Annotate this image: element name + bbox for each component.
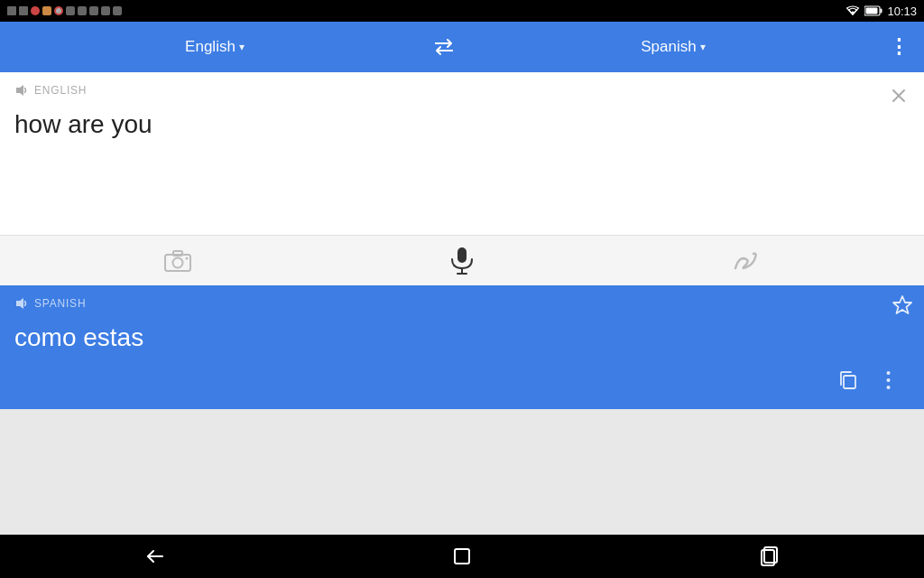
microphone-icon (450, 247, 474, 275)
svg-rect-2 (866, 8, 878, 14)
camera-icon (164, 249, 191, 273)
svg-marker-13 (16, 298, 23, 309)
translation-overflow-icon (886, 370, 891, 390)
output-speaker-icon[interactable] (14, 296, 29, 311)
status-icons-right: 10:13 (845, 5, 917, 18)
status-icon-7 (78, 6, 87, 15)
translation-text-display: como estas (14, 320, 910, 355)
svg-rect-8 (173, 251, 182, 256)
translation-toolbar (14, 355, 910, 402)
svg-marker-14 (893, 296, 911, 313)
svg-point-9 (186, 256, 189, 259)
status-icon-10 (113, 6, 122, 15)
source-language-selector[interactable]: English ▾ (7, 38, 422, 56)
svg-point-7 (173, 257, 183, 267)
target-language-label: Spanish (641, 38, 696, 56)
camera-button[interactable] (156, 239, 199, 283)
svg-rect-10 (457, 247, 467, 263)
status-icons-left (7, 6, 122, 15)
handwrite-icon (732, 248, 761, 274)
swap-icon (431, 38, 457, 56)
microphone-button[interactable] (440, 239, 484, 283)
status-bar: 10:13 (0, 0, 924, 22)
clear-icon (890, 87, 908, 105)
overflow-menu-icon: ⋮ (889, 35, 910, 59)
input-toolbar (0, 235, 924, 285)
input-area: ENGLISH how are you (0, 72, 924, 235)
status-icon-1 (7, 6, 16, 15)
swap-languages-button[interactable] (422, 38, 466, 56)
input-lang-text: ENGLISH (34, 84, 87, 97)
home-icon (452, 546, 472, 566)
translation-area: SPANISH como estas (0, 285, 924, 409)
recents-button[interactable] (743, 538, 797, 574)
status-icon-6 (66, 6, 75, 15)
back-button[interactable] (127, 538, 181, 574)
svg-point-18 (886, 386, 890, 389)
star-icon (892, 294, 913, 316)
clear-input-button[interactable] (884, 81, 913, 110)
battery-icon (864, 5, 882, 16)
svg-rect-19 (455, 549, 469, 564)
target-language-selector[interactable]: Spanish ▾ (466, 38, 881, 56)
wifi-icon (845, 5, 860, 16)
status-time: 10:13 (887, 5, 917, 18)
app-bar: English ▾ Spanish ▾ ⋮ (0, 22, 924, 72)
status-icon-5 (54, 6, 63, 15)
output-lang-text: SPANISH (34, 297, 86, 310)
copy-translation-button[interactable] (830, 362, 866, 398)
home-button[interactable] (435, 538, 489, 574)
svg-point-16 (886, 371, 890, 375)
overflow-menu-button[interactable]: ⋮ (881, 35, 917, 59)
svg-rect-1 (881, 9, 882, 14)
target-dropdown-arrow: ▾ (700, 41, 706, 53)
copy-icon (838, 370, 858, 390)
output-language-label: SPANISH (14, 296, 910, 311)
svg-marker-3 (16, 85, 23, 96)
source-language-label: English (185, 38, 236, 56)
back-icon (144, 548, 164, 564)
translation-more-button[interactable] (870, 362, 906, 398)
source-dropdown-arrow: ▾ (239, 41, 245, 53)
svg-rect-15 (844, 376, 855, 388)
navigation-bar (0, 535, 924, 578)
svg-point-17 (886, 378, 890, 382)
input-text-display[interactable]: how are you (14, 107, 910, 142)
status-icon-8 (89, 6, 98, 15)
input-speaker-icon[interactable] (14, 83, 29, 98)
star-translation-button[interactable] (892, 294, 913, 322)
recents-icon (760, 546, 780, 566)
input-language-label: ENGLISH (14, 83, 910, 98)
status-icon-3 (31, 6, 40, 15)
handwrite-button[interactable] (725, 239, 768, 283)
status-icon-9 (101, 6, 110, 15)
status-icon-4 (42, 6, 51, 15)
status-icon-2 (19, 6, 28, 15)
